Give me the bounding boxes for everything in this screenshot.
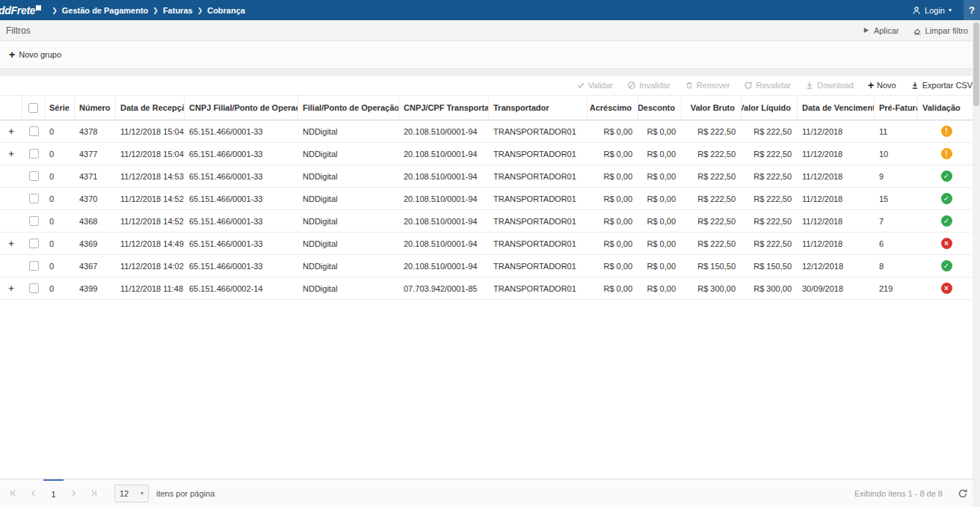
validation-valid-icon: ✓ bbox=[941, 260, 952, 271]
table-row[interactable]: 0437011/12/2018 14:5265.151.466/0001-33N… bbox=[0, 188, 980, 210]
column-header-recepcao[interactable]: Data de Recepção ↓ bbox=[116, 96, 185, 120]
clear-filter-button[interactable]: Limpar filtro bbox=[913, 26, 968, 35]
table-row[interactable]: +0437811/12/2018 15:0465.151.466/0001-33… bbox=[0, 120, 980, 143]
row-checkbox[interactable] bbox=[29, 126, 39, 136]
validation-invalid-icon: × bbox=[941, 238, 952, 249]
cell-filial: NDDigital bbox=[298, 255, 399, 277]
revalidate-button[interactable]: Revalidar bbox=[744, 81, 790, 90]
column-header-numero[interactable]: Número bbox=[75, 96, 116, 120]
breadcrumb-chevron-icon: ❯ bbox=[152, 7, 158, 14]
validation-cell: ✓ bbox=[918, 165, 975, 187]
validate-button[interactable]: Validar bbox=[576, 81, 613, 90]
column-header-pre-fatura[interactable]: Pré-Fatura bbox=[875, 96, 918, 120]
cell-numero: 4377 bbox=[75, 143, 116, 165]
checkbox-cell bbox=[22, 233, 45, 254]
row-checkbox[interactable] bbox=[29, 283, 39, 293]
first-page-button[interactable] bbox=[3, 479, 23, 507]
table-row[interactable]: 0436811/12/2018 14:5265.151.466/0001-33N… bbox=[0, 210, 980, 233]
breadcrumb-item-cobranca[interactable]: Cobrança bbox=[207, 6, 245, 15]
current-page-button[interactable]: 1 bbox=[43, 479, 64, 507]
page-size-select[interactable]: 12 ▾ bbox=[114, 485, 149, 503]
export-csv-label: Exportar CSV bbox=[922, 81, 973, 90]
column-header-validacao[interactable]: Validação bbox=[918, 96, 975, 120]
table-row[interactable]: +0439911/12/2018 11:4865.151.466/0002-14… bbox=[0, 277, 980, 300]
cell-vencimento: 11/12/2018 bbox=[798, 120, 875, 142]
scrollbar-thumb[interactable] bbox=[973, 22, 979, 106]
breadcrumb-item-faturas[interactable]: Faturas bbox=[163, 6, 193, 15]
cell-cnpj-filial: 65.151.466/0002-14 bbox=[185, 277, 298, 299]
help-label: ? bbox=[969, 4, 975, 16]
new-group-button[interactable]: + Novo grupo bbox=[9, 49, 61, 60]
row-checkbox[interactable] bbox=[29, 171, 39, 181]
cell-recepcao: 11/12/2018 11:48 bbox=[116, 277, 185, 299]
expand-row-icon[interactable]: + bbox=[8, 126, 14, 136]
last-page-button[interactable] bbox=[84, 479, 104, 507]
apply-filter-button[interactable]: Aplicar bbox=[862, 26, 899, 35]
column-header-cnpj-filial[interactable]: CNPJ Filial/Ponto de Operação bbox=[185, 96, 298, 120]
cell-cnpj-transportador: 20.108.510/0001-94 bbox=[399, 188, 489, 209]
export-csv-button[interactable]: Exportar CSV bbox=[910, 81, 973, 90]
header-select-all-cell bbox=[22, 96, 45, 120]
cell-filial: NDDigital bbox=[298, 210, 399, 232]
apply-filter-label: Aplicar bbox=[874, 26, 899, 35]
plus-icon: + bbox=[9, 49, 15, 60]
expand-row-icon[interactable]: + bbox=[8, 149, 14, 159]
row-checkbox[interactable] bbox=[29, 194, 39, 203]
expand-row-icon[interactable]: + bbox=[8, 283, 14, 293]
select-all-checkbox[interactable] bbox=[28, 103, 38, 113]
column-header-transportador[interactable]: Transportador bbox=[489, 96, 588, 120]
cell-vencimento: 12/12/2018 bbox=[798, 255, 875, 277]
validation-invalid-icon: × bbox=[941, 283, 952, 294]
cell-pre-fatura: 219 bbox=[875, 277, 918, 299]
table-row[interactable]: 0436711/12/2018 14:0265.151.466/0001-33N… bbox=[0, 255, 980, 277]
row-checkbox[interactable] bbox=[29, 261, 39, 271]
cell-serie: 0 bbox=[45, 233, 75, 254]
download-button[interactable]: Download bbox=[805, 81, 854, 90]
cell-numero: 4369 bbox=[75, 233, 116, 254]
table-row[interactable]: +0437711/12/2018 15:0465.151.466/0001-33… bbox=[0, 143, 980, 165]
app-logo[interactable]: ddFrete bbox=[0, 4, 41, 16]
cell-transportador: TRANSPORTADOR01 bbox=[489, 277, 588, 299]
row-checkbox[interactable] bbox=[29, 216, 39, 226]
prev-page-button[interactable] bbox=[23, 479, 43, 507]
remove-label: Remover bbox=[697, 81, 730, 90]
cell-numero: 4367 bbox=[75, 255, 116, 277]
clear-filter-label: Limpar filtro bbox=[925, 26, 968, 35]
cell-cnpj-transportador: 20.108.510/0001-94 bbox=[399, 120, 489, 142]
cell-vencimento: 30/09/2018 bbox=[798, 277, 875, 299]
invalidate-button[interactable]: Invalidar bbox=[627, 81, 671, 90]
prev-page-icon bbox=[29, 489, 37, 497]
expand-cell: + bbox=[0, 120, 22, 142]
cell-valor-bruto: R$ 222,50 bbox=[682, 165, 742, 187]
refresh-grid-button[interactable] bbox=[958, 488, 968, 499]
cell-cnpj-filial: 65.151.466/0001-33 bbox=[185, 165, 298, 187]
cell-valor-bruto: R$ 300,00 bbox=[682, 277, 742, 299]
new-button[interactable]: + Novo bbox=[868, 80, 896, 90]
column-header-acrescimo[interactable]: Acréscimo bbox=[588, 96, 638, 120]
next-page-button[interactable] bbox=[64, 479, 84, 507]
row-checkbox[interactable] bbox=[29, 239, 39, 248]
cell-desconto: R$ 0,00 bbox=[638, 165, 682, 187]
row-checkbox[interactable] bbox=[29, 149, 39, 159]
column-header-filial[interactable]: Filial/Ponto de Operação bbox=[298, 96, 399, 120]
table-row[interactable]: 0437111/12/2018 14:5365.151.466/0001-33N… bbox=[0, 165, 980, 188]
checkbox-cell bbox=[22, 120, 45, 142]
topbar-right: Login ▾ ? bbox=[912, 0, 980, 20]
breadcrumb-item-gestao[interactable]: Gestão de Pagamento bbox=[62, 6, 149, 15]
column-header-valor-bruto[interactable]: Valor Bruto bbox=[682, 96, 742, 120]
column-header-cnpj-transportador[interactable]: CNPJ/CPF Transportador bbox=[399, 96, 489, 120]
table-row[interactable]: +0436911/12/2018 14:4965.151.466/0001-33… bbox=[0, 233, 980, 255]
cell-filial: NDDigital bbox=[298, 165, 399, 187]
expand-row-icon[interactable]: + bbox=[8, 239, 14, 248]
cell-vencimento: 11/12/2018 bbox=[798, 188, 875, 209]
column-header-desconto[interactable]: Desconto bbox=[638, 96, 682, 120]
cell-cnpj-transportador: 07.703.942/0001-85 bbox=[399, 277, 489, 299]
column-header-vencimento[interactable]: Data de Vencimento bbox=[798, 96, 875, 120]
column-header-valor-liquido[interactable]: Valor Líquido bbox=[742, 96, 798, 120]
login-menu[interactable]: Login ▾ bbox=[912, 6, 952, 15]
column-header-serie[interactable]: Série bbox=[45, 96, 75, 120]
validation-valid-icon: ✓ bbox=[941, 215, 952, 227]
chevron-down-icon: ▾ bbox=[141, 490, 144, 497]
remove-button[interactable]: Remover bbox=[685, 81, 730, 90]
help-button[interactable]: ? bbox=[964, 0, 980, 20]
